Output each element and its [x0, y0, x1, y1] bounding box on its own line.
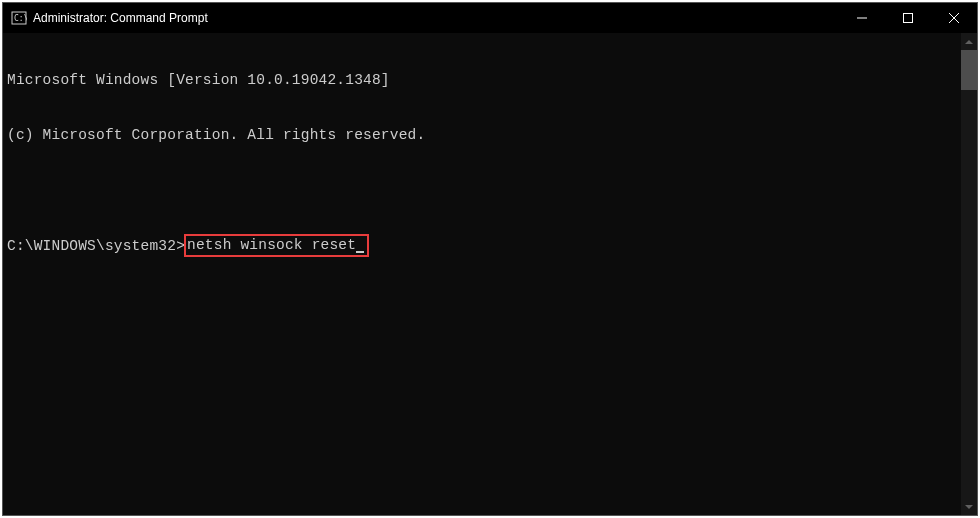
cursor — [356, 251, 364, 253]
blank-line — [7, 180, 973, 198]
svg-text:C:\: C:\ — [14, 14, 27, 23]
prompt-text: C:\WINDOWS\system32> — [7, 237, 185, 255]
window-controls — [839, 3, 977, 33]
terminal-body[interactable]: Microsoft Windows [Version 10.0.19042.13… — [3, 33, 977, 515]
command-text: netsh winsock reset — [187, 237, 356, 253]
maximize-icon — [903, 13, 913, 23]
svg-rect-3 — [904, 14, 913, 23]
copyright-line: (c) Microsoft Corporation. All rights re… — [7, 126, 973, 144]
svg-marker-7 — [965, 505, 973, 509]
scroll-down-icon[interactable] — [961, 498, 977, 515]
prompt-line: C:\WINDOWS\system32>netsh winsock reset — [7, 234, 973, 257]
scrollbar[interactable] — [961, 33, 977, 515]
minimize-button[interactable] — [839, 3, 885, 33]
minimize-icon — [857, 13, 867, 23]
close-button[interactable] — [931, 3, 977, 33]
svg-marker-6 — [965, 40, 973, 44]
close-icon — [949, 13, 959, 23]
window-title: Administrator: Command Prompt — [33, 11, 839, 25]
version-line: Microsoft Windows [Version 10.0.19042.13… — [7, 71, 973, 89]
scroll-up-icon[interactable] — [961, 33, 977, 50]
cmd-icon: C:\ — [11, 10, 27, 26]
command-highlight: netsh winsock reset — [184, 234, 369, 257]
scroll-thumb[interactable] — [961, 50, 977, 90]
maximize-button[interactable] — [885, 3, 931, 33]
command-prompt-window: C:\ Administrator: Command Prompt — [2, 2, 978, 516]
titlebar[interactable]: C:\ Administrator: Command Prompt — [3, 3, 977, 33]
